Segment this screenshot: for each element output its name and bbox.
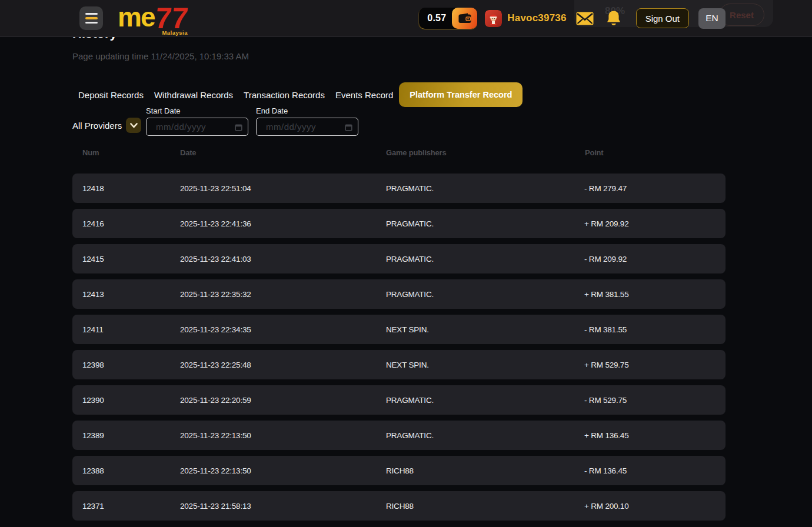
chevron-down-icon	[130, 123, 138, 128]
cell-publisher: PRAGMATIC.	[386, 396, 434, 405]
cell-date: 2025-11-23 22:20:59	[180, 396, 251, 405]
table-row: 12416 2025-11-23 22:41:36 PRAGMATIC. + R…	[72, 209, 726, 238]
cell-point: + RM 381.55	[584, 290, 628, 299]
cell-date: 2025-11-23 22:13:50	[180, 431, 251, 440]
tab-platform-transfer-record[interactable]: Platform Transfer Record	[399, 82, 523, 107]
cell-publisher: PRAGMATIC.	[386, 255, 434, 264]
table-row: 12398 2025-11-23 22:25:48 NEXT SPIN. + R…	[72, 350, 726, 379]
language-button[interactable]: EN	[698, 8, 726, 29]
table-row: 12371 2025-11-23 21:58:13 RICH88 + RM 20…	[72, 491, 726, 521]
cell-date: 2025-11-23 22:25:48	[180, 361, 251, 369]
cell-date: 2025-11-23 22:35:32	[180, 290, 251, 299]
brand-logo[interactable]: me 77Malaysia	[118, 4, 188, 33]
cell-num: 12415	[82, 255, 104, 264]
end-date-label: End Date	[256, 106, 358, 115]
cell-point: - RM 529.75	[584, 396, 627, 405]
cell-date: 2025-11-23 22:34:35	[180, 325, 251, 334]
table-row: 12388 2025-11-23 22:13:50 RICH88 - RM 13…	[72, 456, 726, 485]
cell-publisher: PRAGMATIC.	[386, 290, 434, 299]
cell-point: - RM 209.92	[584, 255, 627, 264]
bell-icon	[606, 10, 621, 27]
cell-date: 2025-11-23 22:13:50	[180, 466, 251, 475]
sign-out-button[interactable]: Sign Out	[636, 8, 689, 28]
table-row: 12415 2025-11-23 22:41:03 PRAGMATIC. - R…	[72, 244, 726, 273]
notifications-button[interactable]	[606, 10, 621, 27]
provider-dropdown-button[interactable]	[126, 118, 141, 133]
logo-subtitle: Malaysia	[162, 30, 188, 36]
top-navbar: me 77Malaysia 80% − + Reset 0.57	[0, 0, 812, 37]
cell-num: 12398	[82, 361, 104, 369]
tab-events-record[interactable]: Events Record	[330, 90, 398, 100]
wallet-balance[interactable]: 0.57	[419, 8, 477, 29]
cell-publisher: NEXT SPIN.	[386, 361, 429, 369]
avatar[interactable]	[485, 10, 502, 27]
cell-publisher: PRAGMATIC.	[386, 184, 434, 193]
column-header-num: Num	[82, 148, 99, 157]
cell-date: 2025-11-23 22:51:04	[180, 184, 251, 193]
cell-point: + RM 136.45	[584, 431, 628, 440]
cell-publisher: PRAGMATIC.	[386, 219, 434, 228]
cell-point: + RM 529.75	[584, 361, 628, 369]
messages-button[interactable]	[576, 12, 594, 25]
provider-dropdown[interactable]: All Providers	[72, 116, 141, 134]
provider-dropdown-label: All Providers	[72, 121, 122, 131]
column-header-game-publishers: Game publishers	[386, 148, 446, 157]
tab-withdrawal-records[interactable]: Withdrawal Records	[149, 90, 238, 100]
cell-publisher: PRAGMATIC.	[386, 431, 434, 440]
cell-publisher: NEXT SPIN.	[386, 325, 429, 334]
history-tabs: Deposit Records Withdrawal Records Trans…	[73, 82, 523, 107]
tab-deposit-records[interactable]: Deposit Records	[73, 90, 149, 100]
hamburger-icon	[85, 13, 98, 15]
cell-point: + RM 200.10	[584, 502, 628, 511]
table-row: 12413 2025-11-23 22:35:32 PRAGMATIC. + R…	[72, 279, 726, 309]
column-header-point: Point	[585, 148, 604, 157]
cell-date: 2025-11-23 21:58:13	[180, 502, 251, 511]
mail-icon	[576, 12, 594, 25]
cell-num: 12389	[82, 431, 104, 440]
cell-point: + RM 209.92	[584, 219, 628, 228]
cell-date: 2025-11-23 22:41:03	[180, 255, 251, 264]
cell-num: 12413	[82, 290, 104, 299]
cell-num: 12390	[82, 396, 104, 405]
username[interactable]: Havoc39736	[507, 12, 566, 24]
balance-amount: 0.57	[427, 13, 446, 24]
transfer-records-list: 12418 2025-11-23 22:51:04 PRAGMATIC. - R…	[72, 174, 726, 526]
cell-num: 12388	[82, 466, 104, 475]
table-row: 12390 2025-11-23 22:20:59 PRAGMATIC. - R…	[72, 385, 726, 415]
end-date-input[interactable]	[256, 118, 358, 136]
cell-publisher: RICH88	[386, 502, 414, 511]
column-header-date: Date	[180, 148, 196, 157]
cell-publisher: RICH88	[386, 466, 414, 475]
zoom-reset-button[interactable]: Reset	[719, 4, 764, 26]
wallet-icon[interactable]	[452, 8, 477, 29]
cell-num: 12418	[82, 184, 104, 193]
cell-num: 12411	[82, 325, 104, 334]
table-row: 12389 2025-11-23 22:13:50 PRAGMATIC. + R…	[72, 421, 726, 450]
start-date-label: Start Date	[146, 106, 248, 115]
cell-num: 12416	[82, 219, 104, 228]
start-date-input[interactable]	[146, 118, 248, 136]
tab-transaction-records[interactable]: Transaction Records	[238, 90, 330, 100]
menu-button[interactable]	[79, 6, 103, 30]
table-row: 12411 2025-11-23 22:34:35 NEXT SPIN. - R…	[72, 315, 726, 344]
cell-date: 2025-11-23 22:41:36	[180, 219, 251, 228]
cell-point: - RM 279.47	[584, 184, 627, 193]
cell-num: 12371	[82, 502, 104, 511]
cell-point: - RM 381.55	[584, 325, 627, 334]
page-updating-time: Page updating time 11/24/2025, 10:19:33 …	[72, 51, 249, 61]
table-row: 12418 2025-11-23 22:51:04 PRAGMATIC. - R…	[72, 174, 726, 203]
cell-point: - RM 136.45	[584, 466, 627, 475]
